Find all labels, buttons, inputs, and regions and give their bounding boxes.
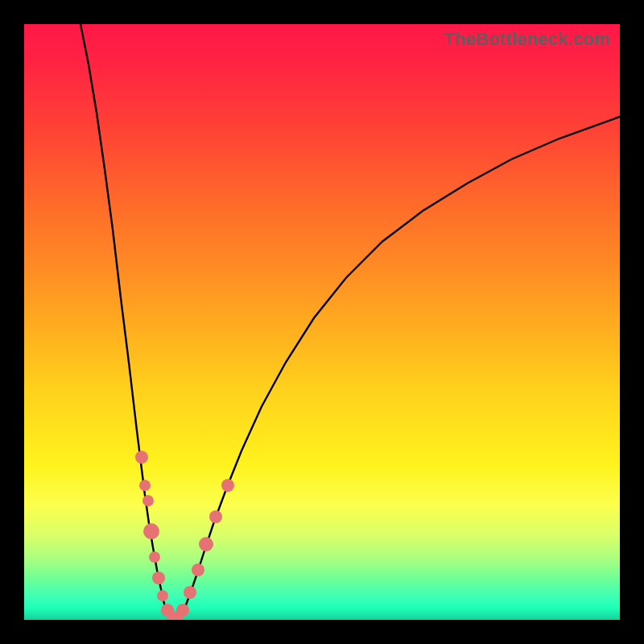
curve-marker	[184, 586, 196, 599]
curve-marker	[152, 572, 165, 584]
curve-marker	[149, 551, 160, 563]
curve-markers	[135, 451, 234, 620]
curve-marker	[192, 564, 204, 576]
curve-marker	[139, 480, 151, 491]
curve-marker	[221, 479, 234, 492]
curve-marker	[157, 590, 168, 601]
curves-svg	[24, 24, 620, 620]
plot-area: TheBottleneck.com	[24, 24, 620, 620]
curve-marker	[176, 604, 189, 617]
curve-marker	[135, 451, 148, 464]
curve-marker	[199, 537, 213, 551]
curve-marker	[142, 495, 154, 506]
curve-marker	[209, 510, 222, 523]
curve-marker	[143, 523, 159, 539]
chart-frame: TheBottleneck.com	[0, 0, 644, 644]
right-curve	[177, 117, 620, 620]
